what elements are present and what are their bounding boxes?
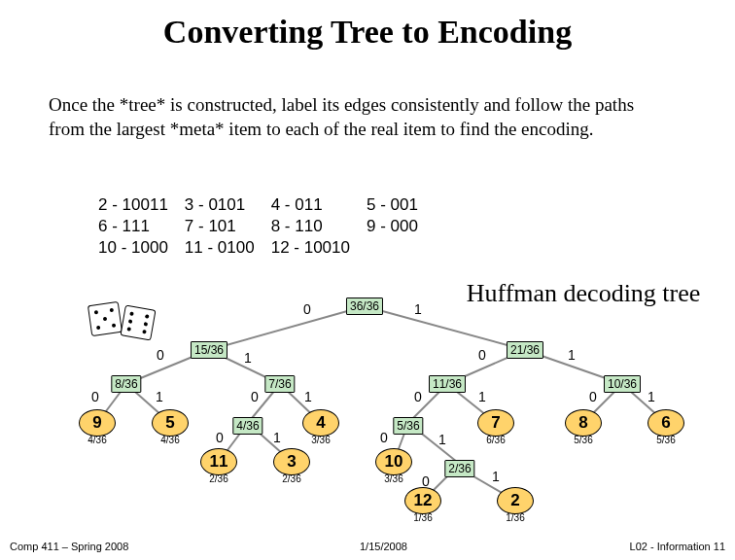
footer-date: 1/15/2008 (360, 541, 407, 552)
tree-leaf: 32/36 (273, 448, 310, 475)
tree-leaf: 76/36 (477, 409, 514, 437)
edge-label: 0 (589, 389, 597, 404)
huffman-tree: 36/36 15/36 21/36 8/36 7/36 11/36 10/36 … (0, 282, 735, 544)
edge-label: 0 (216, 430, 224, 445)
code-cell: 2 - 10011 (97, 194, 184, 216)
code-cell: 8 - 110 (270, 216, 366, 237)
tree-node: 11/36 (429, 375, 466, 393)
tree-node: 15/36 (191, 341, 228, 359)
tree-leaf: 65/36 (648, 409, 684, 437)
edge-label: 0 (380, 430, 388, 445)
edge-label: 0 (478, 347, 486, 363)
code-cell: 9 - 000 (366, 216, 434, 237)
tree-node: 21/36 (507, 341, 543, 359)
footer-page: L02 - Information 11 (630, 541, 725, 552)
code-cell: 6 - 111 (97, 216, 184, 237)
code-cell: 4 - 011 (270, 194, 366, 216)
edge-label: 1 (568, 347, 576, 363)
code-cell: 5 - 001 (366, 194, 434, 216)
edge-label: 1 (304, 389, 312, 404)
tree-node: 8/36 (111, 375, 141, 393)
tree-node: 2/36 (444, 460, 474, 477)
svg-line-1 (365, 306, 525, 350)
tree-node: 36/36 (346, 298, 383, 315)
code-cell (366, 237, 434, 259)
edge-label: 1 (478, 389, 486, 404)
edge-label: 1 (156, 389, 163, 404)
edge-label: 0 (303, 301, 311, 317)
edge-label: 0 (422, 473, 430, 489)
edge-label: 1 (414, 301, 422, 317)
code-cell: 12 - 10010 (270, 237, 366, 259)
edge-label: 1 (492, 469, 500, 484)
edge-label: 1 (244, 350, 252, 366)
tree-leaf: 112/36 (200, 448, 237, 475)
edge-label: 1 (438, 432, 446, 447)
tree-leaf: 94/36 (79, 409, 116, 437)
edge-label: 1 (273, 430, 281, 445)
tree-node: 4/36 (232, 417, 262, 435)
tree-leaf: 85/36 (565, 409, 602, 437)
tree-node: 7/36 (264, 375, 295, 393)
body-text: Once the *tree* is constructed, label it… (49, 93, 671, 141)
footer-course: Comp 411 – Spring 2008 (10, 541, 128, 552)
code-cell: 11 - 0100 (184, 237, 270, 259)
code-cell: 3 - 0101 (184, 194, 270, 216)
edge-label: 0 (157, 347, 164, 363)
edge-label: 0 (251, 389, 259, 404)
edge-label: 0 (414, 389, 422, 404)
tree-leaf: 103/36 (375, 448, 412, 475)
tree-node: 5/36 (393, 417, 423, 435)
tree-leaf: 21/36 (497, 487, 534, 514)
tree-leaf: 121/36 (404, 487, 441, 514)
tree-leaf: 54/36 (152, 409, 189, 437)
code-cell: 7 - 101 (184, 216, 270, 237)
encodings-table: 2 - 10011 3 - 0101 4 - 011 5 - 001 6 - 1… (97, 194, 671, 259)
edge-label: 0 (91, 389, 99, 404)
slide: Converting Tree to Encoding Once the *tr… (0, 0, 735, 560)
tree-node: 10/36 (604, 375, 641, 393)
tree-leaf: 43/36 (302, 409, 339, 437)
svg-line-0 (209, 306, 365, 350)
page-title: Converting Tree to Encoding (0, 14, 735, 51)
code-cell: 10 - 1000 (97, 237, 184, 259)
edge-label: 1 (648, 389, 655, 404)
